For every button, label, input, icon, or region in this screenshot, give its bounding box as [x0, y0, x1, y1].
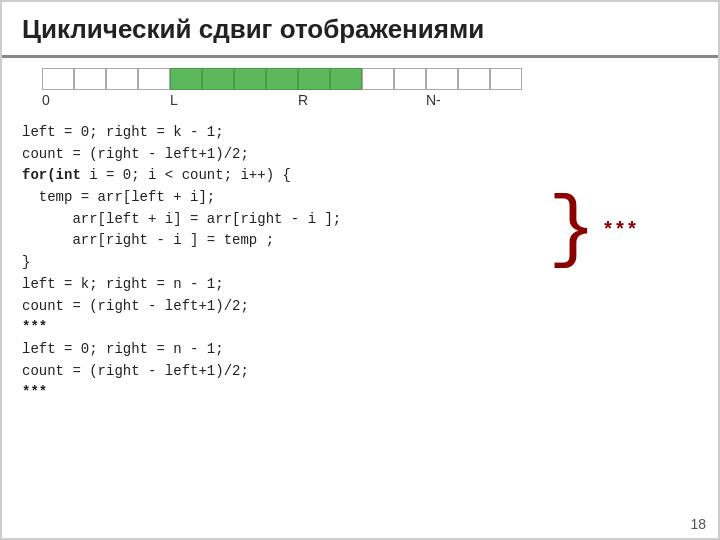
array-labels: 0 L R N- [42, 92, 698, 110]
cell-3 [138, 68, 170, 90]
cell-9 [330, 68, 362, 90]
cell-5 [202, 68, 234, 90]
cell-13 [458, 68, 490, 90]
slide-header: Циклический сдвиг отображениями [2, 2, 718, 58]
code-line-3: for(int i = 0; i < count; i++) { [22, 165, 698, 187]
page-number: 18 [690, 516, 706, 532]
code-line-8: left = k; right = n - 1; [22, 274, 698, 296]
brace-annotation: } *** [548, 190, 638, 270]
cell-6 [234, 68, 266, 90]
cell-12 [426, 68, 458, 90]
cell-10 [362, 68, 394, 90]
code-line-13: *** [22, 382, 698, 404]
code-line-11: left = 0; right = n - 1; [22, 339, 698, 361]
cell-4 [170, 68, 202, 90]
code-area: left = 0; right = k - 1; count = (right … [22, 122, 698, 528]
code-line-1: left = 0; right = k - 1; [22, 122, 698, 144]
brace-label: *** [602, 215, 638, 246]
for-keyword: for(int [22, 167, 81, 183]
cell-1 [74, 68, 106, 90]
label-R: R [298, 92, 308, 108]
array-cells [42, 68, 522, 90]
cell-0 [42, 68, 74, 90]
label-zero: 0 [42, 92, 50, 108]
slide: Циклический сдвиг отображениями [0, 0, 720, 540]
cell-8 [298, 68, 330, 90]
slide-body: 0 L R N- left = 0; right = k - 1; count … [2, 58, 718, 538]
cell-2 [106, 68, 138, 90]
code-line-9: count = (right - left+1)/2; [22, 296, 698, 318]
code-line-12: count = (right - left+1)/2; [22, 361, 698, 383]
code-line-2: count = (right - left+1)/2; [22, 144, 698, 166]
cell-14 [490, 68, 522, 90]
cell-7 [266, 68, 298, 90]
code-line-10: *** [22, 317, 698, 339]
label-L: L [170, 92, 178, 108]
cell-11 [394, 68, 426, 90]
slide-title: Циклический сдвиг отображениями [22, 14, 698, 45]
label-N: N- [426, 92, 441, 108]
array-visualization: 0 L R N- [22, 68, 698, 110]
big-brace-icon: } [548, 190, 596, 270]
